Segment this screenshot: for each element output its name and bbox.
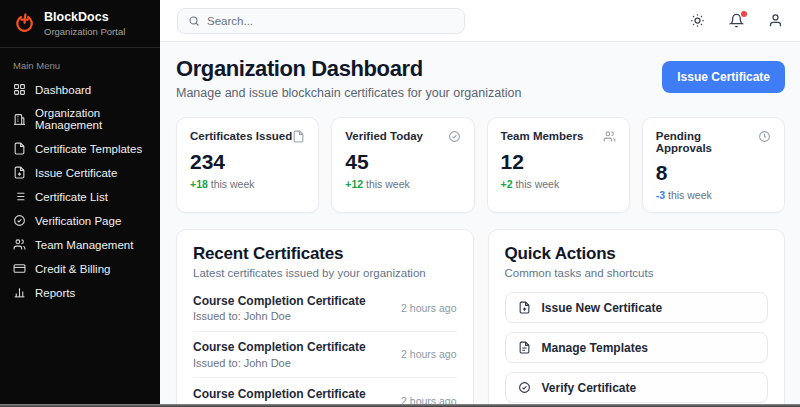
stat-card-verified-today: Verified Today 45 +12 this week	[331, 117, 474, 213]
sidebar-item-organization-management[interactable]: Organization Management	[0, 102, 160, 137]
credit-card-icon	[13, 262, 26, 275]
search-icon	[188, 15, 200, 27]
certificate-title: Course Completion Certificate	[193, 387, 366, 401]
stat-label: Pending Approvals	[656, 130, 758, 154]
quick-action-label: Manage Templates	[542, 341, 648, 355]
users-icon	[13, 238, 26, 251]
sidebar-item-label: Certificate Templates	[35, 143, 142, 155]
sidebar-item-label: Issue Certificate	[35, 167, 117, 179]
panel-subtitle: Common tasks and shortcuts	[505, 267, 769, 279]
sidebar-item-dashboard[interactable]: Dashboard	[0, 78, 160, 102]
stat-value: 8	[656, 161, 771, 185]
main-area: Organization Dashboard Manage and issue …	[160, 0, 800, 404]
user-profile-button[interactable]	[767, 13, 783, 29]
stat-delta: +12 this week	[345, 178, 460, 190]
search-box[interactable]	[177, 8, 465, 34]
brand-subtitle: Organization Portal	[44, 26, 125, 38]
certificate-list-item[interactable]: Course Completion Certificate Issued to:…	[193, 332, 457, 379]
stat-cards: Certificates Issued 234 +18 this week Ve…	[176, 117, 785, 213]
grid-icon	[13, 83, 26, 96]
page-header: Organization Dashboard Manage and issue …	[176, 56, 785, 100]
file-icon	[518, 341, 531, 354]
certificate-list: Course Completion Certificate Issued to:…	[193, 285, 457, 404]
user-icon	[768, 13, 783, 28]
sidebar-item-reports[interactable]: Reports	[0, 281, 160, 305]
sidebar-item-verification-page[interactable]: Verification Page	[0, 209, 160, 233]
sidebar-item-credit-billing[interactable]: Credit & Billing	[0, 257, 160, 281]
circle-check-icon	[518, 381, 531, 394]
sidebar-item-label: Team Management	[35, 239, 133, 251]
file-icon	[292, 130, 305, 143]
page-subtitle: Manage and issue blockchain certificates…	[176, 86, 521, 100]
verify-certificate-button[interactable]: Verify Certificate	[505, 372, 769, 403]
app-window: BlockDocs Organization Portal Main Menu …	[0, 0, 800, 407]
clock-icon	[758, 130, 771, 143]
search-input[interactable]	[207, 15, 454, 27]
topbar	[160, 0, 800, 42]
quick-actions-list: Issue New Certificate Manage Templates V…	[505, 292, 769, 403]
stat-value: 45	[345, 150, 460, 174]
circle-check-icon	[448, 130, 461, 143]
quick-action-label: Issue New Certificate	[542, 301, 663, 315]
certificate-timestamp: 2 hours ago	[401, 348, 456, 360]
stat-card-team-members: Team Members 12 +2 this week	[487, 117, 630, 213]
certificate-timestamp: 2 hours ago	[401, 302, 456, 314]
theme-toggle-button[interactable]	[689, 13, 705, 29]
bar-chart-icon	[13, 286, 26, 299]
recent-certificates-panel: Recent Certificates Latest certificates …	[176, 229, 474, 404]
stat-delta: +2 this week	[501, 178, 616, 190]
sidebar-item-issue-certificate[interactable]: Issue Certificate	[0, 161, 160, 185]
sun-icon	[690, 13, 705, 28]
brand: BlockDocs Organization Portal	[0, 0, 160, 47]
stat-card-certificates-issued: Certificates Issued 234 +18 this week	[176, 117, 319, 213]
sidebar-item-label: Organization Management	[35, 107, 147, 131]
brand-name: BlockDocs	[44, 10, 125, 26]
stat-label: Verified Today	[345, 130, 423, 142]
sidebar-item-certificate-templates[interactable]: Certificate Templates	[0, 137, 160, 161]
blockdocs-logo-icon	[13, 12, 36, 35]
users-icon	[603, 130, 616, 143]
content: Organization Dashboard Manage and issue …	[160, 42, 800, 404]
certificate-list-item[interactable]: Course Completion Certificate Issued to:…	[193, 378, 457, 404]
stat-value: 12	[501, 150, 616, 174]
panel-title: Quick Actions	[505, 244, 769, 264]
list-icon	[13, 190, 26, 203]
certificate-timestamp: 2 hours ago	[401, 395, 456, 404]
sidebar-item-label: Verification Page	[35, 215, 121, 227]
circle-check-icon	[13, 214, 26, 227]
manage-templates-button[interactable]: Manage Templates	[505, 332, 769, 363]
panel-title: Recent Certificates	[193, 244, 457, 264]
sidebar-item-team-management[interactable]: Team Management	[0, 233, 160, 257]
certificate-list-item[interactable]: Course Completion Certificate Issued to:…	[193, 285, 457, 332]
issue-certificate-button[interactable]: Issue Certificate	[662, 61, 785, 93]
sidebar-item-label: Credit & Billing	[35, 263, 110, 275]
certificate-title: Course Completion Certificate	[193, 294, 366, 308]
stat-label: Team Members	[501, 130, 584, 142]
sidebar-menu: Dashboard Organization Management Certif…	[0, 78, 160, 305]
file-icon	[13, 166, 26, 179]
page-title: Organization Dashboard	[176, 56, 521, 82]
sidebar-item-label: Dashboard	[35, 84, 91, 96]
notifications-button[interactable]	[728, 13, 744, 29]
topbar-actions	[689, 13, 783, 29]
sidebar-item-label: Reports	[35, 287, 75, 299]
sidebar-item-label: Certificate List	[35, 191, 108, 203]
file-plus-icon	[518, 301, 531, 314]
sidebar-item-certificate-list[interactable]: Certificate List	[0, 185, 160, 209]
panels: Recent Certificates Latest certificates …	[176, 229, 785, 404]
certificate-recipient: Issued to: John Doe	[193, 357, 366, 369]
certificate-recipient: Issued to: John Doe	[193, 310, 366, 322]
stat-card-pending-approvals: Pending Approvals 8 -3 this week	[642, 117, 785, 213]
notification-dot	[741, 11, 748, 18]
issue-new-certificate-button[interactable]: Issue New Certificate	[505, 292, 769, 323]
file-icon	[13, 142, 26, 155]
building-icon	[13, 113, 26, 126]
stat-label: Certificates Issued	[190, 130, 292, 142]
quick-action-label: Verify Certificate	[542, 381, 637, 395]
quick-actions-panel: Quick Actions Common tasks and shortcuts…	[488, 229, 786, 404]
sidebar: BlockDocs Organization Portal Main Menu …	[0, 0, 160, 407]
stat-delta: -3 this week	[656, 189, 771, 201]
stat-value: 234	[190, 150, 305, 174]
panel-subtitle: Latest certificates issued by your organ…	[193, 267, 457, 279]
stat-delta: +18 this week	[190, 178, 305, 190]
